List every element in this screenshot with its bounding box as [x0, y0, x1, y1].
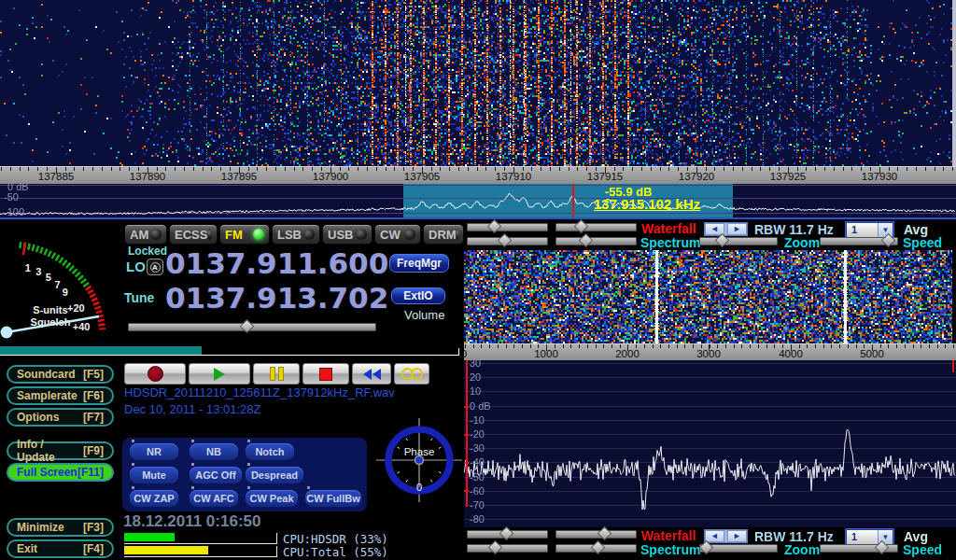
- extio-button[interactable]: ExtIO: [391, 287, 445, 304]
- info-update-label: Info / Update: [17, 438, 83, 464]
- contrast-slider-top[interactable]: [467, 223, 548, 231]
- stop-button[interactable]: [302, 363, 349, 385]
- scale-minor-tick: [570, 344, 571, 348]
- waterfall-tab-bottom[interactable]: Waterfall: [641, 528, 696, 543]
- scale-minor-tick: [577, 167, 578, 171]
- samplerate-button[interactable]: Samplerate[F6]: [7, 386, 114, 405]
- agc-button[interactable]: AGC Off: [190, 467, 242, 483]
- scale-minor-tick: [468, 167, 469, 171]
- scale-minor-tick: [579, 344, 580, 348]
- waterfall-right-scrollbar[interactable]: [952, 0, 956, 166]
- loop-button[interactable]: [394, 363, 429, 385]
- mode-cw-button[interactable]: CW: [374, 224, 421, 245]
- scale-minor-tick: [752, 167, 752, 171]
- brightness2-slider-top-thumb[interactable]: [579, 233, 594, 248]
- nr-button[interactable]: NR: [130, 443, 178, 460]
- brightness-slider-top-thumb[interactable]: [574, 219, 589, 234]
- mode-fm-button[interactable]: FM: [219, 224, 270, 245]
- mode-lsb-button[interactable]: LSB: [272, 224, 320, 245]
- minimize-button[interactable]: Minimize[F3]: [7, 518, 114, 537]
- cw-peak-button[interactable]: CW Peak: [246, 490, 298, 507]
- freqmgr-button[interactable]: FreqMgr: [389, 254, 449, 273]
- phase-center-dot: [415, 456, 424, 465]
- contrast-slider-bottom-thumb[interactable]: [499, 526, 514, 541]
- lo-lock-button[interactable]: A: [147, 259, 163, 275]
- cw-afc-button[interactable]: CW AFC: [190, 490, 238, 507]
- scale-minor-tick: [275, 167, 276, 171]
- avg-select-bottom[interactable]: 1 ▼: [846, 529, 893, 545]
- cw-fullbw-button[interactable]: CW FullBw: [305, 490, 361, 507]
- waterfall-tab-top[interactable]: Waterfall: [641, 221, 696, 236]
- lo-frequency-display[interactable]: 0137.911.600: [165, 246, 388, 280]
- scale-minor-tick: [668, 344, 669, 348]
- shift-scrollbar-top[interactable]: ◄ ►: [704, 222, 748, 236]
- scale-minor-tick: [489, 344, 490, 348]
- main-waterfall[interactable]: [0, 0, 956, 166]
- tune-frequency-display[interactable]: 0137.913.702: [165, 281, 388, 315]
- record-icon: [148, 366, 163, 382]
- contrast-slider-top-thumb[interactable]: [487, 219, 502, 234]
- scale-minor-tick: [733, 167, 734, 171]
- rx-spectrum[interactable]: [464, 359, 956, 527]
- rx-waterfall[interactable]: [464, 250, 952, 343]
- s-meter-tick-20: +20: [67, 302, 85, 314]
- mode-usb-button[interactable]: USB: [322, 224, 373, 245]
- options-button[interactable]: Options[F7]: [7, 408, 114, 427]
- play-icon: [214, 368, 225, 381]
- spectrum-tab-top[interactable]: Spectrum: [640, 235, 701, 250]
- brightness2-slider-bottom[interactable]: [555, 544, 637, 553]
- fullscreen-key: [F11]: [77, 466, 104, 479]
- contrast2-slider-bottom-thumb[interactable]: [488, 540, 503, 555]
- brightness-slider-top[interactable]: [555, 223, 637, 231]
- volume-slider[interactable]: [128, 323, 376, 331]
- zoom-slider-top[interactable]: [699, 237, 778, 245]
- nb-button[interactable]: NB: [190, 443, 238, 460]
- brightness-slider-bottom-thumb[interactable]: [598, 526, 612, 541]
- volume-slider-thumb[interactable]: [240, 319, 255, 334]
- scale-minor-tick: [856, 344, 857, 348]
- main-spectrum[interactable]: [0, 183, 956, 217]
- record-button[interactable]: [124, 363, 186, 385]
- contrast2-slider-top-thumb[interactable]: [498, 233, 513, 248]
- mode-ecss-button[interactable]: ECSS: [169, 224, 218, 245]
- shift-left-arrow-bottom[interactable]: ◄: [705, 530, 724, 542]
- scale-tick-label: 137915: [587, 171, 623, 182]
- scale-minor-tick: [513, 344, 514, 348]
- soundcard-button[interactable]: Soundcard[F5]: [7, 365, 114, 384]
- shift-right-arrow-bottom[interactable]: ►: [727, 530, 747, 542]
- fullscreen-button[interactable]: Full Screen[F11]: [7, 463, 114, 482]
- pause-button[interactable]: [253, 363, 300, 385]
- spectrum-tab-bottom[interactable]: Spectrum: [640, 542, 701, 557]
- info-update-button[interactable]: Info / Update[F9]: [7, 441, 114, 460]
- despread-button[interactable]: Despread: [246, 467, 303, 483]
- soundcard-label: Soundcard: [17, 368, 76, 381]
- contrast2-slider-bottom[interactable]: [467, 544, 548, 553]
- rx-frequency-scale[interactable]: 100020003000400050000: [464, 343, 956, 360]
- mode-am-button[interactable]: AM: [124, 224, 167, 245]
- exit-label: Exit: [17, 542, 37, 555]
- rewind-button[interactable]: [352, 363, 391, 385]
- brightness2-slider-top[interactable]: [555, 237, 637, 245]
- brightness-slider-bottom[interactable]: [555, 530, 637, 539]
- shift-scrollbar-bottom[interactable]: ◄ ►: [704, 529, 748, 543]
- speed-slider-bottom[interactable]: [820, 544, 898, 553]
- squelch-needle-pivot[interactable]: [1, 327, 13, 339]
- brightness2-slider-bottom-thumb[interactable]: [591, 540, 606, 555]
- speed-slider-top[interactable]: [820, 237, 898, 245]
- zoom-slider-bottom[interactable]: [699, 544, 778, 553]
- play-button[interactable]: [189, 363, 250, 385]
- scale-tick-label: 137910: [496, 171, 531, 182]
- mode-drm-button[interactable]: DRM: [423, 224, 464, 245]
- scale-minor-tick: [929, 344, 930, 348]
- scale-tick-label: 137890: [130, 171, 165, 182]
- notch-button[interactable]: Notch: [246, 443, 294, 460]
- contrast-slider-bottom[interactable]: [467, 530, 548, 539]
- exit-button[interactable]: Exit[F4]: [7, 539, 114, 558]
- shift-right-arrow-top[interactable]: ►: [727, 223, 747, 235]
- mute-button[interactable]: Mute: [130, 467, 178, 483]
- contrast2-slider-top[interactable]: [467, 237, 548, 245]
- s-meter-tick-5: 5: [46, 272, 51, 283]
- cw-zap-button[interactable]: CW ZAP: [130, 490, 178, 507]
- scale-minor-tick: [449, 167, 450, 171]
- main-frequency-scale[interactable]: 1378851378901378951379001379051379101379…: [0, 166, 956, 184]
